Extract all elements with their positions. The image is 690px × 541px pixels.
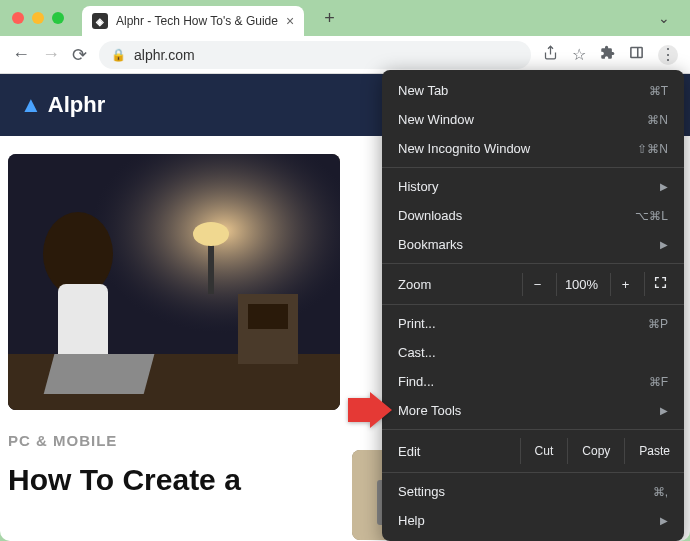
- menu-edit: Edit Cut Copy Paste: [382, 434, 684, 468]
- svg-rect-11: [248, 304, 288, 329]
- chrome-menu-button[interactable]: ⋮: [658, 45, 678, 65]
- cut-button[interactable]: Cut: [520, 438, 568, 464]
- svg-rect-7: [44, 354, 155, 394]
- annotation-arrow: [348, 392, 392, 432]
- url-text: alphr.com: [134, 47, 195, 63]
- menu-help[interactable]: Help ▶: [382, 506, 684, 535]
- menu-divider: [382, 263, 684, 264]
- article-category: PC & MOBILE: [8, 432, 340, 449]
- menu-label: More Tools: [398, 403, 461, 418]
- menu-find[interactable]: Find... ⌘F: [382, 367, 684, 396]
- maximize-window-button[interactable]: [52, 12, 64, 24]
- logo-text: Alphr: [48, 92, 105, 118]
- browser-tab[interactable]: ◈ Alphr - Tech How To's & Guide ×: [82, 6, 304, 36]
- side-panel-icon[interactable]: [629, 45, 644, 64]
- menu-new-tab[interactable]: New Tab ⌘T: [382, 76, 684, 105]
- paste-button[interactable]: Paste: [624, 438, 684, 464]
- chrome-menu: New Tab ⌘T New Window ⌘N New Incognito W…: [382, 70, 684, 541]
- menu-cast[interactable]: Cast...: [382, 338, 684, 367]
- menu-label: Zoom: [398, 277, 522, 292]
- tab-favicon: ◈: [92, 13, 108, 29]
- window-controls: [12, 12, 64, 24]
- tab-title: Alphr - Tech How To's & Guide: [116, 14, 278, 28]
- menu-bookmarks[interactable]: Bookmarks ▶: [382, 230, 684, 259]
- article-headline: How To Create a: [8, 463, 340, 498]
- logo-icon: ▲: [20, 92, 42, 118]
- chevron-right-icon: ▶: [660, 405, 668, 416]
- zoom-out-button[interactable]: −: [522, 273, 552, 296]
- menu-label: Downloads: [398, 208, 462, 223]
- bookmark-star-icon[interactable]: ☆: [572, 45, 586, 64]
- browser-toolbar: ← → ⟳ 🔒 alphr.com ☆ ⋮: [0, 36, 690, 74]
- menu-shortcut: ⌘F: [649, 375, 668, 389]
- zoom-value: 100%: [556, 273, 606, 296]
- svg-rect-0: [631, 48, 642, 58]
- minimize-window-button[interactable]: [32, 12, 44, 24]
- menu-divider: [382, 167, 684, 168]
- copy-button[interactable]: Copy: [567, 438, 624, 464]
- menu-label: Print...: [398, 316, 436, 331]
- menu-label: History: [398, 179, 438, 194]
- featured-article[interactable]: PC & MOBILE How To Create a: [8, 154, 340, 540]
- new-tab-button[interactable]: +: [324, 8, 335, 29]
- chevron-right-icon: ▶: [660, 515, 668, 526]
- menu-divider: [382, 429, 684, 430]
- menu-print[interactable]: Print... ⌘P: [382, 309, 684, 338]
- reload-button[interactable]: ⟳: [72, 44, 87, 66]
- tab-close-button[interactable]: ×: [286, 13, 294, 29]
- menu-history[interactable]: History ▶: [382, 172, 684, 201]
- menu-shortcut: ⌘T: [649, 84, 668, 98]
- menu-label: New Incognito Window: [398, 141, 530, 156]
- menu-shortcut: ⌘N: [647, 113, 668, 127]
- menu-label: Help: [398, 513, 425, 528]
- menu-shortcut: ⌘P: [648, 317, 668, 331]
- menu-shortcut: ⇧⌘N: [637, 142, 668, 156]
- menu-label: New Tab: [398, 83, 448, 98]
- menu-new-incognito[interactable]: New Incognito Window ⇧⌘N: [382, 134, 684, 163]
- svg-point-9: [193, 222, 229, 246]
- menu-zoom: Zoom − 100% +: [382, 268, 684, 300]
- menu-shortcut: ⌥⌘L: [635, 209, 668, 223]
- menu-downloads[interactable]: Downloads ⌥⌘L: [382, 201, 684, 230]
- window-titlebar: ◈ Alphr - Tech How To's & Guide × + ⌄: [0, 0, 690, 36]
- lock-icon: 🔒: [111, 48, 126, 62]
- fullscreen-button[interactable]: [644, 272, 676, 296]
- tab-overflow-button[interactable]: ⌄: [658, 10, 678, 26]
- menu-more-tools[interactable]: More Tools ▶: [382, 396, 684, 425]
- address-bar[interactable]: 🔒 alphr.com: [99, 41, 531, 69]
- svg-marker-15: [348, 392, 392, 428]
- menu-label: Cast...: [398, 345, 436, 360]
- extensions-icon[interactable]: [600, 45, 615, 64]
- svg-rect-8: [208, 244, 214, 294]
- chevron-right-icon: ▶: [660, 239, 668, 250]
- zoom-in-button[interactable]: +: [610, 273, 640, 296]
- close-window-button[interactable]: [12, 12, 24, 24]
- menu-divider: [382, 304, 684, 305]
- menu-divider: [382, 472, 684, 473]
- menu-label: Bookmarks: [398, 237, 463, 252]
- forward-button[interactable]: →: [42, 44, 60, 65]
- zoom-controls: − 100% +: [522, 272, 676, 296]
- site-logo[interactable]: ▲ Alphr: [20, 92, 105, 118]
- back-button[interactable]: ←: [12, 44, 30, 65]
- menu-label: Find...: [398, 374, 434, 389]
- toolbar-actions: ☆ ⋮: [543, 45, 678, 65]
- menu-new-window[interactable]: New Window ⌘N: [382, 105, 684, 134]
- share-icon[interactable]: [543, 45, 558, 64]
- menu-label: Edit: [398, 444, 520, 459]
- menu-shortcut: ⌘,: [653, 485, 668, 499]
- menu-label: Settings: [398, 484, 445, 499]
- menu-label: New Window: [398, 112, 474, 127]
- chevron-right-icon: ▶: [660, 181, 668, 192]
- svg-point-5: [43, 212, 113, 296]
- menu-settings[interactable]: Settings ⌘,: [382, 477, 684, 506]
- hero-image: [8, 154, 340, 410]
